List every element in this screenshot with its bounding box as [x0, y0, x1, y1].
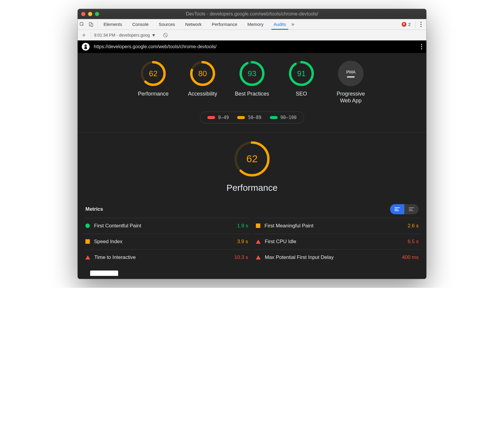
inspect-icon[interactable] [78, 22, 87, 27]
metrics-view-toggle [390, 204, 419, 214]
view-expanded-button[interactable] [404, 204, 419, 214]
tabs-overflow-icon[interactable]: » [288, 21, 297, 27]
metric-speed-index[interactable]: Speed Index 3.9 s [84, 234, 250, 249]
tab-memory[interactable]: Memory [245, 19, 266, 29]
tab-console[interactable]: Console [130, 19, 151, 29]
svg-point-8 [421, 44, 422, 45]
tab-network[interactable]: Network [183, 19, 204, 29]
status-icon [85, 255, 90, 260]
chevron-down-icon: ▼ [152, 33, 156, 37]
devtools-menu-icon[interactable] [417, 22, 425, 27]
gauge-pwa[interactable]: PWA Progressive Web App [331, 61, 371, 104]
lighthouse-menu-icon[interactable] [421, 44, 422, 49]
scale-average: 50–89 [237, 115, 261, 120]
status-icon [256, 255, 261, 260]
error-count: 2 [408, 22, 411, 27]
audit-run-label: 9:01:34 PM - developers.goog [94, 33, 150, 37]
status-icon [85, 239, 90, 244]
new-audit-button[interactable]: ＋ [80, 31, 88, 39]
audited-url: https://developers.google.com/web/tools/… [94, 44, 217, 49]
device-toggle-icon[interactable] [87, 22, 96, 27]
svg-point-4 [420, 24, 422, 25]
metric-first-cpu-idle[interactable]: First CPU Idle 6.5 s [254, 234, 420, 249]
scale-pass: 90–100 [270, 115, 297, 120]
audits-runbar: ＋ 9:01:34 PM - developers.goog ▼ [78, 30, 426, 40]
gauge-performance[interactable]: 62 Performance [133, 61, 173, 97]
lighthouse-icon [82, 43, 90, 51]
error-counter[interactable]: ✕ 2 [402, 22, 411, 27]
svg-point-3 [420, 22, 422, 23]
window-title: DevTools - developers.google.com/web/too… [78, 11, 426, 17]
devtools-window: DevTools - developers.google.com/web/too… [78, 9, 426, 279]
close-icon[interactable] [81, 12, 85, 16]
status-icon [85, 224, 90, 228]
metric-max-potential-first-input-delay[interactable]: Max Potential First Input Delay 400 ms [254, 249, 420, 265]
tab-performance[interactable]: Performance [209, 19, 240, 29]
view-compact-button[interactable] [390, 204, 404, 214]
metrics-heading: Metrics [85, 206, 103, 212]
scale-fail: 0–49 [207, 115, 229, 120]
performance-title: Performance [226, 183, 278, 193]
error-icon: ✕ [402, 22, 406, 27]
svg-point-9 [421, 46, 422, 47]
svg-point-10 [421, 48, 422, 49]
svg-point-5 [420, 26, 422, 27]
svg-rect-2 [91, 24, 93, 26]
audit-run-selector[interactable]: 9:01:34 PM - developers.goog ▼ [94, 33, 156, 37]
gauge-seo[interactable]: 91 SEO [281, 61, 322, 97]
hidden-content-peek [90, 271, 118, 276]
tab-audits[interactable]: Audits [271, 19, 289, 29]
lighthouse-report: 62 Performance 80 Accessibility 93 Best … [78, 53, 426, 279]
minimize-icon[interactable] [88, 12, 92, 16]
titlebar: DevTools - developers.google.com/web/too… [78, 9, 426, 19]
tab-elements[interactable]: Elements [101, 19, 125, 29]
gauge-best-practices[interactable]: 93 Best Practices [232, 61, 272, 97]
status-icon [256, 224, 260, 228]
gauge-accessibility[interactable]: 80 Accessibility [182, 61, 223, 97]
lighthouse-header: https://developers.google.com/web/tools/… [78, 40, 426, 53]
metric-first-meaningful-paint[interactable]: First Meaningful Paint 2.6 s [254, 218, 420, 234]
svg-line-7 [164, 34, 167, 36]
clear-audits-icon[interactable] [163, 32, 168, 38]
metric-first-contentful-paint[interactable]: First Contentful Paint 1.9 s [84, 218, 250, 234]
zoom-icon[interactable] [95, 12, 99, 16]
traffic-lights [81, 12, 99, 16]
score-summary: 62 Performance 80 Accessibility 93 Best … [78, 53, 426, 133]
metric-time-to-interactive[interactable]: Time to Interactive 10.3 s [84, 249, 250, 265]
tab-sources[interactable]: Sources [156, 19, 178, 29]
performance-section: 62 Performance Metrics First Contentful … [78, 133, 426, 279]
score-scale-legend: 0–4950–8990–100 [200, 112, 304, 124]
devtools-tabbar: ElementsConsoleSourcesNetworkPerformance… [78, 19, 426, 30]
status-icon [256, 240, 261, 244]
